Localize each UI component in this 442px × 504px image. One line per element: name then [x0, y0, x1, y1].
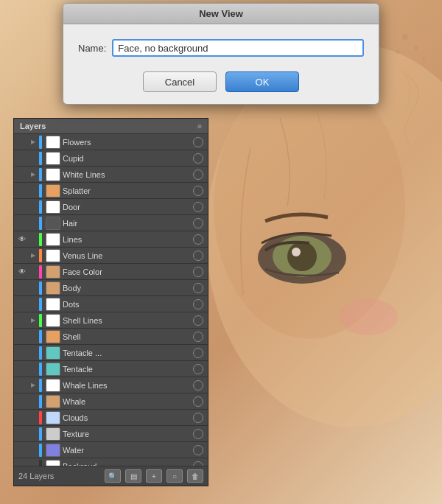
layer-visibility-circle[interactable]: [193, 169, 203, 180]
layer-thumbnail: [46, 168, 60, 181]
layer-expand-arrow[interactable]: [29, 442, 38, 458]
layer-expand-arrow[interactable]: [29, 199, 38, 215]
layer-expand-arrow[interactable]: [29, 231, 38, 248]
add-mask-button[interactable]: ○: [166, 469, 183, 483]
layer-visibility-circle[interactable]: [193, 332, 203, 342]
delete-layer-button[interactable]: 🗑: [187, 469, 203, 483]
layer-eye-icon[interactable]: 👁: [15, 231, 29, 248]
layer-row[interactable]: Body: [14, 280, 208, 296]
layer-eye-icon[interactable]: [15, 150, 29, 167]
layer-visibility-circle[interactable]: [193, 364, 203, 374]
layer-row[interactable]: Dots: [14, 296, 208, 312]
layer-eye-icon[interactable]: [15, 377, 29, 393]
layer-row[interactable]: Cupid: [14, 150, 208, 167]
panel-controls: ≡: [197, 122, 202, 130]
layer-eye-icon[interactable]: [15, 183, 29, 199]
layer-row[interactable]: Splatter: [14, 183, 208, 199]
layer-eye-icon[interactable]: [15, 410, 29, 426]
layer-expand-arrow[interactable]: [29, 393, 38, 410]
layer-expand-arrow[interactable]: [29, 458, 38, 466]
layers-list[interactable]: ▶FlowersCupid▶White LinesSplatterDoorHai…: [14, 134, 208, 466]
layer-expand-arrow[interactable]: ▶: [29, 312, 38, 329]
layer-eye-icon[interactable]: [15, 312, 29, 329]
layer-eye-icon[interactable]: [15, 296, 29, 312]
layer-expand-arrow[interactable]: [29, 183, 38, 199]
layer-visibility-circle[interactable]: [193, 461, 203, 466]
layer-eye-icon[interactable]: [15, 167, 29, 183]
layer-expand-arrow[interactable]: ▶: [29, 134, 38, 150]
layer-visibility-circle[interactable]: [193, 429, 203, 439]
layer-visibility-circle[interactable]: [193, 153, 203, 164]
layer-visibility-circle[interactable]: [193, 380, 203, 391]
layer-expand-arrow[interactable]: ▶: [29, 248, 38, 264]
layer-visibility-circle[interactable]: [193, 267, 203, 277]
search-button[interactable]: 🔍: [105, 469, 121, 483]
layer-visibility-circle[interactable]: [193, 137, 203, 147]
layer-row[interactable]: ▶White Lines: [14, 167, 208, 183]
layer-eye-icon[interactable]: [15, 426, 29, 442]
cancel-button[interactable]: Cancel: [143, 71, 217, 92]
layer-expand-arrow[interactable]: [29, 329, 38, 345]
layer-eye-icon[interactable]: 👁: [15, 264, 29, 280]
layer-expand-arrow[interactable]: [29, 345, 38, 361]
layer-row[interactable]: ▶Whale Lines: [14, 377, 208, 393]
layer-row[interactable]: Clouds: [14, 410, 208, 426]
layer-row[interactable]: Whale: [14, 393, 208, 410]
layer-row[interactable]: 👁Face Color: [14, 264, 208, 280]
layer-visibility-circle[interactable]: [193, 218, 203, 228]
layer-row[interactable]: ▶Shell Lines: [14, 312, 208, 329]
layer-expand-arrow[interactable]: [29, 280, 38, 296]
layer-eye-icon[interactable]: [15, 393, 29, 410]
layer-expand-arrow[interactable]: [29, 215, 38, 231]
layer-expand-arrow[interactable]: [29, 264, 38, 280]
layer-visibility-circle[interactable]: [193, 348, 203, 358]
layer-row[interactable]: 👁Lines: [14, 231, 208, 248]
layer-color-bar: [39, 314, 42, 327]
layer-expand-arrow[interactable]: ▶: [29, 377, 38, 393]
layer-row[interactable]: ▶Venus Line: [14, 248, 208, 264]
layer-eye-icon[interactable]: [15, 280, 29, 296]
layer-row[interactable]: ▶Flowers: [14, 134, 208, 150]
layer-visibility-circle[interactable]: [193, 283, 203, 293]
add-layer-button[interactable]: +: [146, 469, 162, 483]
layer-row[interactable]: Door: [14, 199, 208, 215]
layer-visibility-circle[interactable]: [193, 396, 203, 407]
layer-visibility-circle[interactable]: [193, 299, 203, 309]
layer-eye-icon[interactable]: [15, 215, 29, 231]
layer-thumbnail: [46, 330, 60, 343]
ok-button[interactable]: OK: [225, 71, 299, 92]
layer-row[interactable]: Tentacle ...: [14, 345, 208, 361]
layer-visibility-circle[interactable]: [193, 251, 203, 261]
layer-expand-arrow[interactable]: [29, 296, 38, 312]
layer-eye-icon[interactable]: [15, 199, 29, 215]
layer-row[interactable]: Hair: [14, 215, 208, 231]
create-group-button[interactable]: ▤: [125, 469, 141, 483]
layer-expand-arrow[interactable]: [29, 410, 38, 426]
layer-visibility-circle[interactable]: [193, 315, 203, 326]
layer-eye-icon[interactable]: [15, 134, 29, 150]
layer-eye-icon[interactable]: [15, 361, 29, 377]
layer-eye-icon[interactable]: [15, 458, 29, 466]
layer-thumbnail: [46, 346, 60, 360]
layer-row[interactable]: Shell: [14, 329, 208, 345]
layer-visibility-circle[interactable]: [193, 413, 203, 423]
layer-visibility-circle[interactable]: [193, 186, 203, 196]
layer-visibility-circle[interactable]: [193, 202, 203, 212]
layer-name-label: Dots: [63, 300, 193, 309]
layer-row[interactable]: Backroud: [14, 458, 208, 466]
layer-expand-arrow[interactable]: [29, 426, 38, 442]
layer-eye-icon[interactable]: [15, 442, 29, 458]
layer-eye-icon[interactable]: [15, 248, 29, 264]
name-input[interactable]: [112, 39, 364, 57]
layer-row[interactable]: Texture: [14, 426, 208, 442]
layer-eye-icon[interactable]: [15, 345, 29, 361]
svg-point-4: [287, 242, 317, 271]
layer-expand-arrow[interactable]: [29, 150, 38, 167]
layer-visibility-circle[interactable]: [193, 234, 203, 245]
layer-expand-arrow[interactable]: [29, 361, 38, 377]
layer-visibility-circle[interactable]: [193, 445, 203, 455]
layer-expand-arrow[interactable]: ▶: [29, 167, 38, 183]
layer-row[interactable]: Tentacle: [14, 361, 208, 377]
layer-eye-icon[interactable]: [15, 329, 29, 345]
layer-row[interactable]: Water: [14, 442, 208, 458]
